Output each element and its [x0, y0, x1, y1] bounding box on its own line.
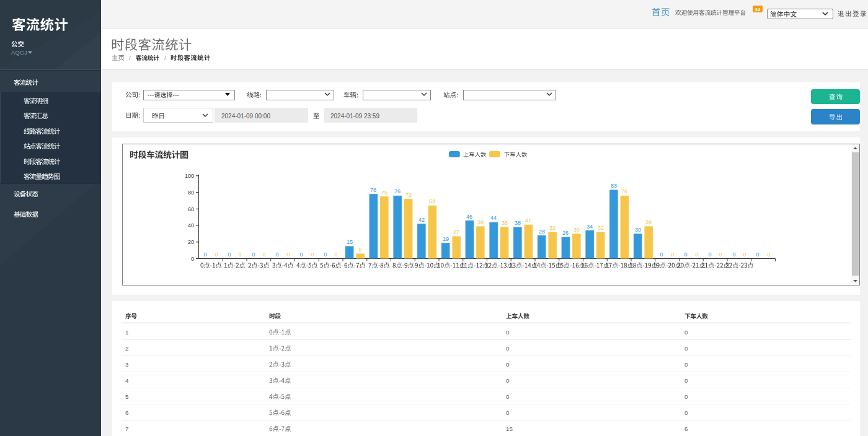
svg-text:0: 0: [708, 251, 711, 258]
svg-text:20: 20: [188, 239, 194, 245]
svg-text:19: 19: [443, 236, 449, 242]
svg-text:26: 26: [562, 230, 569, 236]
svg-text:0: 0: [767, 251, 770, 258]
svg-text:0: 0: [300, 251, 303, 258]
svg-text:0: 0: [684, 409, 688, 416]
svg-text:38: 38: [502, 220, 508, 226]
svg-text:0: 0: [204, 251, 207, 258]
svg-text:44: 44: [490, 215, 497, 221]
svg-text:30: 30: [635, 227, 641, 233]
svg-text:6: 6: [125, 409, 128, 416]
svg-text:80: 80: [188, 190, 194, 196]
svg-text:76: 76: [621, 188, 627, 194]
svg-text:0: 0: [684, 345, 688, 352]
svg-text:0: 0: [506, 409, 510, 416]
svg-text:72: 72: [405, 192, 412, 198]
svg-text:39: 39: [477, 219, 484, 225]
svg-text:3: 3: [125, 361, 128, 368]
svg-text:46: 46: [466, 214, 472, 220]
svg-text:0: 0: [506, 329, 510, 336]
svg-text:0: 0: [228, 251, 231, 258]
svg-text:60: 60: [188, 206, 194, 212]
svg-text:2: 2: [125, 345, 128, 352]
svg-text:0: 0: [684, 251, 688, 258]
svg-text:32: 32: [598, 225, 604, 231]
svg-text:38: 38: [515, 220, 521, 226]
svg-text:4: 4: [125, 377, 129, 384]
svg-text:5: 5: [125, 393, 129, 400]
svg-text:0: 0: [506, 345, 510, 352]
svg-text:0: 0: [335, 251, 338, 258]
svg-text:7: 7: [125, 425, 128, 432]
svg-text:0: 0: [732, 251, 735, 258]
svg-text:0: 0: [263, 251, 266, 258]
svg-text:41: 41: [525, 217, 531, 224]
svg-text:75: 75: [381, 190, 388, 196]
svg-text:0: 0: [215, 251, 218, 258]
svg-text:0: 0: [719, 251, 722, 258]
svg-text:0: 0: [252, 251, 255, 258]
svg-text:0: 0: [239, 251, 242, 258]
svg-text:1: 1: [125, 329, 128, 336]
svg-text:0: 0: [506, 377, 510, 384]
svg-text:78: 78: [370, 187, 376, 193]
svg-text:40: 40: [188, 222, 194, 229]
svg-text:32: 32: [549, 225, 556, 231]
svg-text:0: 0: [286, 251, 290, 258]
svg-text:76: 76: [394, 188, 401, 194]
svg-text:6: 6: [684, 425, 688, 432]
svg-text:0: 0: [506, 361, 510, 368]
svg-text:0: 0: [671, 251, 674, 258]
svg-text:0: 0: [324, 251, 327, 258]
svg-text:34: 34: [587, 224, 593, 230]
svg-text:100: 100: [185, 173, 194, 179]
svg-text:0: 0: [695, 251, 698, 258]
svg-text:0: 0: [684, 393, 688, 400]
svg-text:28: 28: [539, 229, 545, 235]
svg-text:64: 64: [429, 198, 435, 204]
svg-text:0: 0: [506, 393, 510, 400]
svg-text:6: 6: [359, 246, 362, 253]
svg-text:0: 0: [191, 256, 194, 262]
svg-text:15: 15: [347, 239, 353, 245]
svg-text:0: 0: [311, 251, 314, 258]
svg-text:0: 0: [660, 251, 663, 258]
svg-text:27: 27: [453, 229, 459, 235]
svg-text:83: 83: [611, 183, 617, 189]
svg-text:42: 42: [418, 217, 425, 223]
svg-text:15: 15: [506, 425, 513, 432]
svg-text:0: 0: [276, 251, 279, 258]
svg-text:0: 0: [684, 361, 688, 368]
svg-text:39: 39: [645, 219, 652, 225]
svg-text:0: 0: [684, 377, 688, 384]
svg-text:30: 30: [574, 227, 580, 233]
svg-text:0: 0: [684, 329, 688, 336]
svg-text:0: 0: [756, 251, 760, 258]
svg-text:0: 0: [743, 251, 746, 258]
